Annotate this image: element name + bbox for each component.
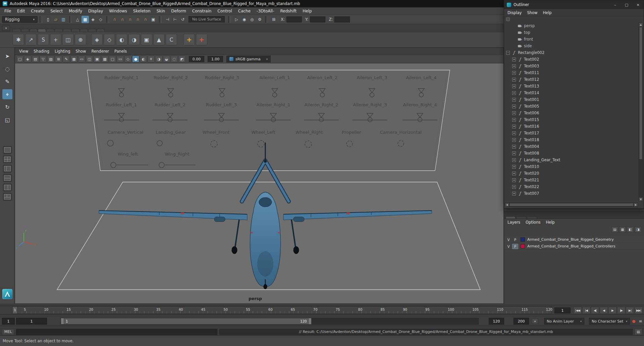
panel-menu-item[interactable]: Show <box>73 49 89 54</box>
expand-toggle[interactable] <box>512 78 516 81</box>
current-frame-field[interactable] <box>554 307 571 313</box>
outliner-menu-item[interactable]: Help <box>540 10 554 15</box>
shelf-tab[interactable] <box>46 29 54 32</box>
lights-toggle-icon[interactable]: ☀ <box>148 56 155 62</box>
scale-tool-button[interactable]: ◱ <box>2 115 12 125</box>
cluster-button[interactable]: C <box>166 34 177 45</box>
panel-menu-item[interactable]: Renderer <box>89 49 112 54</box>
mirror-skin-weights-button[interactable]: ◑ <box>128 34 140 45</box>
shelf-tab[interactable] <box>63 29 71 32</box>
range-end-handle[interactable] <box>308 318 311 324</box>
panel-menu-item[interactable]: Panels <box>112 49 129 54</box>
step-forward-frame-button[interactable]: |▶ <box>617 307 625 314</box>
scroll-left-arrow[interactable]: ◀ <box>505 203 509 207</box>
outliner-item[interactable]: top <box>505 29 638 36</box>
maximize-button[interactable]: ▢ <box>621 0 632 9</box>
playhead[interactable]: 1 <box>13 307 17 313</box>
menu-item[interactable]: Constrain <box>189 9 215 13</box>
blend-shape-button[interactable]: ▲ <box>153 34 165 45</box>
exposure-field[interactable] <box>189 56 204 62</box>
menu-item[interactable]: Edit <box>14 9 28 13</box>
expand-toggle[interactable] <box>512 165 516 169</box>
shelf-tabs-menu-button[interactable]: ▾ <box>2 25 10 31</box>
shadows-toggle-icon[interactable]: ◑ <box>155 56 162 62</box>
outliner-item[interactable]: Rectangle002 <box>505 49 638 56</box>
expand-toggle[interactable] <box>512 64 516 68</box>
bind-skin-button[interactable]: ◈ <box>91 34 103 45</box>
outliner-item[interactable]: Text022 <box>505 183 638 190</box>
make-live-button[interactable]: ▣ <box>150 16 157 23</box>
isolate-select-icon[interactable]: ◩ <box>178 56 185 62</box>
expand-toggle[interactable] <box>512 131 516 135</box>
menu-item[interactable]: Help <box>300 9 315 13</box>
layer-color-swatch[interactable] <box>521 244 525 248</box>
expand-toggle[interactable] <box>512 152 516 155</box>
outliner-item[interactable]: Text001 <box>505 96 638 103</box>
joint-tool-button[interactable]: ✱ <box>13 34 24 45</box>
animation-start-field[interactable] <box>2 318 15 325</box>
shelf-tab[interactable] <box>71 29 79 32</box>
outliner-item[interactable]: Text011 <box>505 69 638 76</box>
menu-item[interactable]: Display <box>85 9 106 13</box>
layer-color-swatch[interactable] <box>521 237 525 242</box>
select-asset-mode-button[interactable]: ◇ <box>97 16 104 23</box>
outliner-item[interactable]: Text013 <box>505 83 638 90</box>
ik-handle-tool-button[interactable]: ↗ <box>25 34 37 45</box>
outliner-item[interactable]: Text007 <box>505 190 638 197</box>
expand-toggle[interactable] <box>512 71 516 75</box>
anim-layer-selector[interactable]: No Anim Layer ▾ <box>544 318 584 325</box>
single-pane-layout-button[interactable] <box>3 146 12 154</box>
menu-item[interactable]: Select <box>47 9 66 13</box>
layers-sort-button[interactable]: ▤ <box>611 227 618 232</box>
expand-toggle[interactable] <box>506 51 510 55</box>
lasso-select-tool-button[interactable]: ◌ <box>2 64 12 74</box>
outliner-item[interactable]: Text003 <box>505 63 638 69</box>
command-line-language-toggle[interactable]: MEL <box>2 329 14 335</box>
scroll-right-arrow[interactable]: ▶ <box>634 203 638 207</box>
expand-toggle[interactable] <box>512 111 516 115</box>
close-button[interactable]: × <box>632 0 644 9</box>
y-coordinate-field[interactable] <box>310 16 325 22</box>
resolution-gate-icon[interactable]: ◫ <box>86 56 93 62</box>
new-scene-button[interactable]: ▯ <box>44 16 52 23</box>
motion-blur-toggle-icon[interactable]: ◌ <box>171 56 178 62</box>
layer-playback-toggle[interactable]: P <box>512 244 518 249</box>
field-chart-icon[interactable]: ▩ <box>101 56 108 62</box>
playback-end-field[interactable] <box>489 318 504 325</box>
menu-item[interactable]: -3DtoAll- <box>254 9 277 13</box>
gamma-field[interactable] <box>208 56 223 62</box>
select-hierarchy-mode-button[interactable]: △ <box>74 16 81 23</box>
menu-item[interactable]: Control <box>214 9 235 13</box>
layer-visibility-toggle[interactable]: V <box>505 244 512 249</box>
animation-preferences-button[interactable]: ≡ <box>637 318 644 325</box>
shelf-tab[interactable] <box>38 29 46 32</box>
output-connections-button[interactable]: ⊢ <box>171 16 179 23</box>
persp-graph-layout-button[interactable] <box>3 193 12 200</box>
coordinate-input-mode-toggle[interactable]: ⊞ <box>270 16 277 23</box>
playback-start-field[interactable] <box>16 318 47 325</box>
create-empty-layer-button[interactable]: ▦ <box>619 227 626 232</box>
lock-camera-icon[interactable]: ◈ <box>24 56 31 62</box>
outliner-item[interactable]: side <box>505 43 638 49</box>
menu-item[interactable]: Redshift <box>277 9 300 13</box>
camera-attributes-icon[interactable]: ▤ <box>32 56 39 62</box>
expand-toggle[interactable] <box>512 158 516 162</box>
occlusion-toggle-icon[interactable]: ◒ <box>163 56 170 62</box>
script-editor-button[interactable]: ▤ <box>635 329 642 335</box>
safe-title-icon[interactable]: ▭ <box>117 56 124 62</box>
go-to-end-button[interactable]: ▶▶| <box>635 307 643 314</box>
outliner-vertical-scrollbar[interactable]: ▲ ▼ <box>639 22 643 201</box>
select-component-mode-button[interactable]: ◈ <box>89 16 97 23</box>
step-forward-key-button[interactable]: ▶| <box>626 307 634 314</box>
minimize-button[interactable]: – <box>609 0 621 9</box>
render-settings-button[interactable]: ⚙ <box>256 16 263 23</box>
scroll-up-arrow[interactable]: ▲ <box>639 23 643 26</box>
live-surface-field[interactable]: No Live Surface <box>189 16 225 22</box>
layer-playback-toggle[interactable]: P <box>512 237 518 242</box>
copy-skin-weights-button[interactable]: ▣ <box>141 34 152 45</box>
outliner-item[interactable]: Text005 <box>505 103 638 110</box>
shelf-tab[interactable] <box>88 29 96 32</box>
command-input[interactable] <box>16 329 217 335</box>
filter-icon[interactable] <box>506 17 510 21</box>
command-output[interactable]: // Result: C:/Users/Avdenton/Desktop/Arm… <box>219 329 633 335</box>
